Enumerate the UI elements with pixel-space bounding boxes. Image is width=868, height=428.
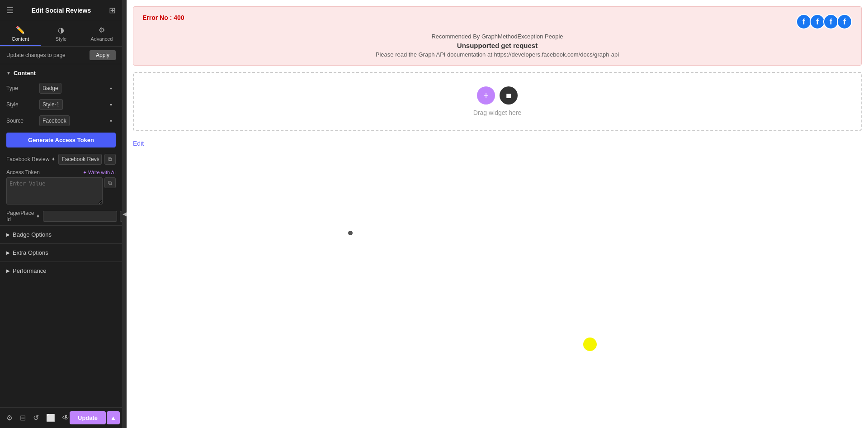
access-token-section: Access Token ✦ Write with AI ⧉ [0,167,122,207]
type-label: Type [6,85,36,91]
main-content: Error No : 400 f f f f Recommended By Gr… [127,0,868,428]
error-number: Error No : 400 [142,14,184,21]
extra-options-header[interactable]: ▶ Extra Options [0,244,122,262]
hamburger-icon[interactable]: ☰ [6,5,14,15]
page-place-sparkle-icon: ✦ [36,213,40,219]
generate-access-token-button[interactable]: Generate Access Token [6,133,116,147]
sidebar-footer: ⚙ ⊟ ↺ ⬜ 👁 Update ▲ [0,407,122,428]
content-tab-label: Content [12,36,29,42]
extra-options-label: Extra Options [13,249,48,256]
extra-options-section: ▶ Extra Options [0,243,122,262]
facebook-review-select[interactable]: Facebook Reviews [58,154,102,165]
fb-icon-3: f [823,14,839,29]
sidebar-collapse-handle[interactable]: ◀ [122,0,127,428]
style-select[interactable]: Style-1 [39,99,63,110]
facebook-review-label: Facebook Review ✦ [6,156,56,162]
error-recommended: Recommended By GraphMethodException Peop… [142,33,852,40]
content-section-label: Content [14,70,36,76]
performance-arrow: ▶ [6,268,10,273]
footer-icons: ⚙ ⊟ ↺ ⬜ 👁 [6,414,70,422]
badge-options-arrow: ▶ [6,232,10,237]
type-select[interactable]: Badge [39,83,61,94]
write-ai-label: Write with AI [88,170,116,175]
history-footer-icon[interactable]: ↺ [33,414,39,422]
sparkle-ai-icon: ✦ [83,170,87,176]
widget-icon[interactable]: ■ [500,86,518,105]
fb-review-select-wrapper: Facebook Reviews [58,154,102,165]
facebook-review-row: Facebook Review ✦ Facebook Reviews ⧉ [0,151,122,167]
yellow-dot-indicator [583,338,597,351]
error-box: Error No : 400 f f f f Recommended By Gr… [133,6,862,66]
style-select-wrapper: Style-1 [39,99,116,110]
page-place-id-label: Page/Place Id ✦ [6,210,40,223]
page-place-id-copy-button[interactable]: ⧉ [120,211,122,222]
content-tab-icon: ✏️ [16,26,25,34]
sidebar: ☰ Edit Social Reviews ⊞ ✏️ Content ◑ Sty… [0,0,122,428]
grid-icon[interactable]: ⊞ [109,5,116,15]
badge-options-header[interactable]: ▶ Badge Options [0,226,122,243]
fb-icon-2: f [810,14,825,29]
cursor-dot [348,231,353,235]
error-body: Recommended By GraphMethodException Peop… [142,33,852,58]
source-label: Source [6,118,36,124]
advanced-tab-label: Advanced [91,36,113,42]
fb-icon-4: f [837,14,852,29]
style-label: Style [6,101,36,108]
settings-footer-icon[interactable]: ⚙ [6,414,13,422]
badge-options-section: ▶ Badge Options [0,225,122,243]
sidebar-title: Edit Social Reviews [32,7,91,14]
type-select-wrapper: Badge [39,83,116,94]
performance-section: ▶ Performance [0,262,122,280]
style-tab-icon: ◑ [58,26,64,34]
source-select[interactable]: Facebook [39,115,70,126]
access-token-copy-button[interactable]: ⧉ [104,177,116,188]
apply-button[interactable]: Apply [90,50,116,60]
access-token-input-row: ⧉ [6,177,116,204]
facebook-review-copy-button[interactable]: ⧉ [104,154,116,165]
content-section-header[interactable]: ▼ Content [0,64,122,80]
fb-icons: f f f f [796,14,852,29]
source-select-wrapper: Facebook [39,115,116,126]
fb-icon-1: f [796,14,811,29]
style-field-row: Style Style-1 [0,96,122,113]
content-section-arrow: ▼ [6,71,11,76]
drag-widget-icons: + ■ [477,86,518,105]
add-widget-button[interactable]: + [477,86,495,105]
chevron-up-button[interactable]: ▲ [107,411,120,424]
error-unsupported: Unsupported get request [142,42,852,49]
advanced-tab-icon: ⚙ [99,26,105,34]
sparkle-icon: ✦ [51,156,56,162]
source-field-row: Source Facebook [0,113,122,129]
badge-options-label: Badge Options [13,231,52,238]
eye-footer-icon[interactable]: 👁 [62,414,70,422]
update-footer-button[interactable]: Update [70,411,106,424]
update-bar: Update changes to page Apply [0,47,122,64]
update-bar-text: Update changes to page [6,52,66,58]
facebook-review-label-text: Facebook Review [6,156,49,162]
sidebar-header: ☰ Edit Social Reviews ⊞ [0,0,122,21]
style-tab-label: Style [56,36,66,42]
write-with-ai-button[interactable]: ✦ Write with AI [83,170,116,176]
page-place-id-input[interactable] [43,211,117,222]
extra-options-arrow: ▶ [6,250,10,255]
access-token-label-row: Access Token ✦ Write with AI [6,169,116,176]
access-token-textarea[interactable] [6,177,103,204]
performance-header[interactable]: ▶ Performance [0,262,122,280]
performance-label: Performance [13,267,46,274]
sidebar-body: ▼ Content Type Badge Style Style-1 Sourc… [0,64,122,407]
responsive-footer-icon[interactable]: ⬜ [46,414,55,422]
access-token-label: Access Token [6,169,40,176]
layers-footer-icon[interactable]: ⊟ [20,414,26,422]
error-please-read: Please read the Graph API documentation … [142,51,852,58]
tab-style[interactable]: ◑ Style [41,21,81,46]
collapse-handle-icon: ◀ [123,211,127,217]
edit-link[interactable]: Edit [127,137,150,150]
type-field-row: Type Badge [0,80,122,96]
page-place-id-row: Page/Place Id ✦ ⧉ [0,207,122,225]
tabs-bar: ✏️ Content ◑ Style ⚙ Advanced [0,21,122,47]
tab-advanced[interactable]: ⚙ Advanced [81,21,122,46]
page-place-id-label-text: Page/Place Id [6,210,34,223]
tab-content[interactable]: ✏️ Content [0,21,41,46]
drag-widget-area: + ■ Drag widget here [133,72,862,131]
drag-widget-text: Drag widget here [473,109,522,116]
